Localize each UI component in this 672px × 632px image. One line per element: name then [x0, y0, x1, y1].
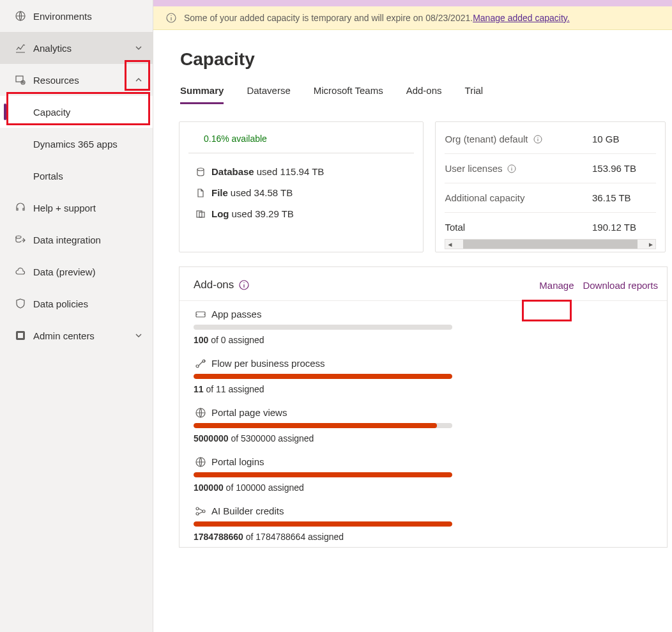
globe-icon — [194, 457, 208, 467]
chevron-up-icon — [132, 76, 145, 84]
scroll-track[interactable] — [463, 240, 638, 249]
nav-analytics[interactable]: Analytics — [0, 32, 153, 64]
globe-grid-icon — [13, 11, 28, 21]
svg-point-18 — [196, 507, 199, 510]
headset-icon — [13, 203, 28, 213]
nav-data-policies[interactable]: Data policies — [0, 288, 153, 320]
tab-summary[interactable]: Summary — [180, 81, 224, 104]
nav-portals[interactable]: Portals — [0, 160, 153, 192]
source-label: Additional capacity — [445, 192, 524, 203]
database-icon — [194, 167, 208, 176]
tab-addons[interactable]: Add-ons — [406, 81, 442, 104]
tab-teams[interactable]: Microsoft Teams — [314, 81, 383, 104]
nav-label: Data policies — [33, 298, 145, 309]
nav-label: Data integration — [33, 235, 145, 245]
usage-value: used 34.58 TB — [231, 187, 293, 198]
capacity-sources-card: Org (tenant) default 10 GB User licenses… — [435, 121, 666, 252]
tabs: Summary Dataverse Microsoft Teams Add-on… — [153, 81, 672, 105]
flow-icon — [194, 359, 208, 368]
manage-link[interactable]: Manage — [539, 280, 574, 291]
addon-progress-bar — [194, 374, 452, 379]
info-icon[interactable] — [239, 280, 249, 290]
chart-line-icon — [13, 43, 28, 53]
nav-label: Resources — [33, 75, 132, 86]
tab-dataverse[interactable]: Dataverse — [247, 81, 290, 104]
cloud-icon — [13, 266, 28, 277]
download-reports-link[interactable]: Download reports — [583, 280, 658, 291]
tab-trial[interactable]: Trial — [465, 81, 484, 104]
addon-name: Portal page views — [211, 407, 287, 418]
resources-icon — [13, 75, 28, 85]
nav-data-integration[interactable]: Data integration — [0, 224, 153, 256]
source-user-licenses: User licenses 153.96 TB — [445, 154, 656, 183]
addon-item: App passes100 of 0 assigned — [179, 301, 667, 350]
usage-label: File — [211, 187, 228, 198]
svg-point-3 — [16, 236, 21, 238]
info-icon — [166, 13, 176, 23]
log-icon — [194, 210, 208, 219]
sidebar: Environments Analytics Resources Capacit… — [0, 0, 153, 632]
top-accent-strip — [153, 0, 672, 6]
usage-log: Log used 39.29 TB — [188, 203, 414, 224]
source-value: 10 GB — [592, 134, 656, 144]
addon-progress-bar — [194, 423, 452, 428]
chevron-down-icon — [132, 332, 145, 339]
scroll-right-icon[interactable]: ► — [646, 241, 655, 248]
source-value: 36.15 TB — [592, 192, 656, 203]
svg-point-19 — [196, 513, 199, 515]
scroll-left-icon[interactable]: ◄ — [445, 241, 454, 248]
shield-icon — [13, 298, 28, 309]
storage-usage-card: 0.16% available Database used 115.94 TB … — [179, 121, 424, 252]
nav-resources[interactable]: Resources — [0, 64, 153, 96]
divider — [188, 153, 414, 153]
globe-icon — [194, 408, 208, 418]
addon-status: 100000 of 100000 assigned — [194, 482, 658, 493]
addon-progress-bar — [194, 521, 452, 527]
svg-point-20 — [202, 510, 205, 513]
source-label: Total — [445, 222, 465, 233]
nav-label: Portals — [33, 171, 63, 181]
nav-label: Capacity — [33, 107, 70, 118]
main-content: Some of your added capacity is temporary… — [153, 0, 672, 632]
nav-capacity[interactable]: Capacity — [0, 96, 153, 128]
nav-label: Analytics — [33, 43, 132, 54]
addon-item: Flow per business process11 of 11 assign… — [179, 350, 667, 399]
svg-point-7 — [197, 168, 204, 171]
nav-environments[interactable]: Environments — [0, 0, 153, 32]
addon-name: Portal logins — [211, 456, 264, 467]
nav-label: Environments — [33, 11, 145, 22]
nav-admin-centers[interactable]: Admin centers — [0, 320, 153, 351]
usage-file: File used 34.58 TB — [188, 182, 414, 203]
source-org-default: Org (tenant) default 10 GB — [445, 125, 656, 154]
banner-link[interactable]: Manage added capacity. — [473, 13, 570, 23]
nav-data-preview[interactable]: Data (preview) — [0, 256, 153, 288]
source-label: Org (tenant) default — [445, 134, 528, 144]
pass-icon — [194, 310, 208, 319]
addon-name: App passes — [211, 309, 261, 320]
horizontal-scrollbar[interactable]: ◄ ► — [445, 239, 656, 249]
addon-progress-bar — [194, 472, 452, 477]
svg-point-14 — [196, 365, 199, 367]
usage-label: Log — [211, 208, 229, 219]
info-icon[interactable] — [533, 135, 542, 144]
source-additional: Additional capacity 36.15 TB — [445, 183, 656, 213]
usage-label: Database — [211, 166, 254, 177]
nav-help[interactable]: Help + support — [0, 192, 153, 224]
nav-label: Admin centers — [33, 330, 132, 341]
chevron-down-icon — [132, 44, 145, 52]
file-icon — [194, 189, 208, 197]
addon-item: Portal logins100000 of 100000 assigned — [179, 449, 667, 498]
addon-progress-bar — [194, 325, 452, 330]
addons-list: App passes100 of 0 assignedFlow per busi… — [179, 301, 667, 547]
info-icon[interactable] — [507, 164, 516, 173]
usage-value: used 115.94 TB — [257, 166, 325, 177]
nav-d365[interactable]: Dynamics 365 apps — [0, 128, 153, 160]
data-integration-icon — [13, 235, 28, 245]
ai-icon — [194, 507, 208, 516]
source-total: Total 190.12 TB — [445, 213, 656, 234]
source-label: User licenses — [445, 163, 502, 174]
source-value: 153.96 TB — [592, 163, 656, 174]
usage-value: used 39.29 TB — [232, 208, 294, 219]
addon-name: AI Builder credits — [211, 505, 284, 516]
addon-status: 11 of 11 assigned — [194, 384, 658, 394]
